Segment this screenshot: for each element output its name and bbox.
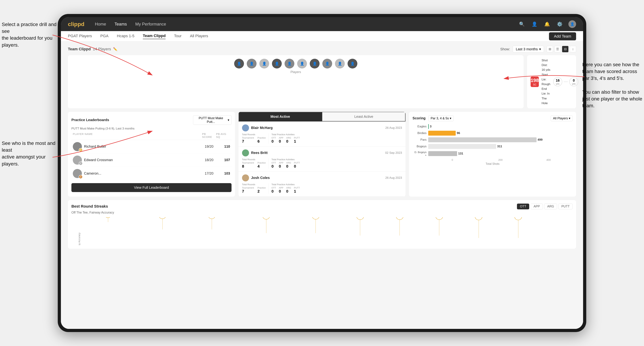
avatar[interactable]: 👤	[568, 20, 576, 28]
streaks-title: Best Round Streaks	[72, 204, 108, 209]
player-avatar[interactable]: 👤	[259, 59, 269, 68]
scoring-player-filter[interactable]: All Players ▾	[551, 115, 572, 121]
subnav-team-clippd[interactable]: Team Clippd	[143, 33, 166, 39]
view-icons: ⊞ ☰ ⊟ ↕	[547, 46, 576, 52]
streaks-subtitle: Off The Tee, Fairway Accuracy	[72, 211, 572, 214]
nav-teams[interactable]: Teams	[114, 22, 127, 26]
player-avatar[interactable]: 👤	[348, 59, 357, 68]
people-icon[interactable]: 👤	[530, 20, 538, 28]
activity-date: 02 Sep 2023	[385, 151, 402, 155]
tournament-col: Tournament 7	[242, 137, 254, 144]
table-row: 1 Richard Butler 19/20 110	[72, 140, 232, 154]
player-avatar[interactable]: 👤	[234, 59, 244, 68]
main-content: Team Clippd 14 Players ✏️ Show: Last 3 m…	[61, 42, 583, 329]
chart-value: 131	[458, 152, 463, 155]
player-avatar[interactable]: 👤	[247, 59, 256, 68]
lb-avg: 110	[216, 145, 230, 149]
lb-rank-badge: 1	[79, 148, 82, 152]
show-dropdown[interactable]: Last 3 months ▾	[513, 46, 544, 52]
start-circle: 16 yds	[553, 77, 562, 86]
subnav-tour[interactable]: Tour	[174, 34, 182, 39]
streak-node: 5x	[312, 217, 320, 233]
subnav-all-players[interactable]: All Players	[190, 34, 208, 39]
practice-activities-group: Total Practice Activities OTT 0 APP 0	[272, 133, 300, 144]
activity-stats-row: Total Rounds Tournament 7 Practice 2	[242, 183, 402, 194]
streak-node: 5x	[262, 217, 270, 233]
tournament-label: Tournament	[242, 137, 254, 139]
bell-icon[interactable]: 🔔	[543, 20, 551, 28]
settings-icon[interactable]: ⚙️	[556, 20, 564, 28]
lb-score: 18/20	[202, 158, 216, 162]
subnav-pgat[interactable]: PGAT Players	[68, 34, 92, 39]
player-avatar[interactable]: 👤	[284, 59, 294, 68]
activity-player-name: Rees Britt	[251, 151, 383, 155]
subnav-hcaps[interactable]: Hcaps 1-5	[117, 34, 134, 39]
search-icon[interactable]: 🔍	[518, 20, 526, 28]
drill-subtitle: PUTT Must Make Putting (3-6 ft), Last 3 …	[72, 127, 232, 130]
activity-player-name: Josh Coles	[251, 176, 383, 180]
subnav-pga[interactable]: PGA	[100, 34, 108, 39]
nav-items: Home Teams My Performance	[95, 22, 518, 26]
streak-filter-ott[interactable]: OTT	[517, 204, 529, 209]
lb-avg: 107	[216, 158, 230, 162]
streak-dot: 6x	[158, 217, 166, 219]
activity-card: Most Active Least Active Blair McHarg 26…	[238, 112, 406, 197]
streak-filter-app[interactable]: APP	[530, 204, 543, 209]
sort-btn[interactable]: ↕	[570, 46, 576, 52]
shot-details: Shot Dist: 16 yds Start Lie: Rough End L…	[542, 58, 550, 106]
player-avatar[interactable]: 👤	[297, 59, 307, 68]
streaks-filters: OTT APP ARG PUTT	[517, 204, 572, 209]
streak-dot: 6x	[208, 217, 216, 219]
activity-tabs: Most Active Least Active	[238, 112, 406, 122]
scoring-chart: Eagles 3 Birdies 96	[412, 124, 572, 157]
grid-view-btn[interactable]: ⊞	[547, 46, 553, 52]
lb-col-avg: PB AVG SQ	[216, 133, 230, 138]
annotation-top-left: Select a practice drill and seethe leade…	[2, 21, 58, 48]
player-avatar[interactable]: 👤	[272, 59, 282, 68]
streak-node: 3x	[514, 217, 522, 238]
activity-player-header: Josh Coles 26 Aug 2023	[242, 174, 402, 181]
lb-avg: 103	[216, 172, 230, 175]
lb-avatar-container: 1	[73, 142, 82, 151]
nav-home[interactable]: Home	[95, 22, 106, 26]
scoring-par-filter[interactable]: Par 3, 4 & 5s ▾	[428, 115, 454, 121]
player-avatar[interactable]: 👤	[335, 59, 345, 68]
nav-my-performance[interactable]: My Performance	[135, 22, 166, 26]
list-view-btn[interactable]: ☰	[554, 46, 561, 52]
player-avatar[interactable]: 👤	[310, 59, 320, 68]
ott-col: OTT 0	[272, 137, 276, 144]
tournament-value: 7	[242, 139, 254, 144]
lb-player-name: Edward Crossman	[84, 158, 113, 162]
leaderboard-title: Practice Leaderboards	[72, 118, 109, 122]
drill-selector[interactable]: PUTT Must Make Putt... ▾	[193, 115, 232, 125]
view-full-leaderboard-button[interactable]: View Full Leaderboard	[72, 183, 232, 192]
activity-player-header: Rees Britt 02 Sep 2023	[242, 149, 402, 156]
card-view-btn[interactable]: ⊟	[562, 46, 568, 52]
tab-least-active[interactable]: Least Active	[322, 112, 406, 121]
players-label: Players	[290, 70, 301, 74]
lb-player-name: Cameron...	[84, 172, 101, 175]
player-avatar[interactable]: 👤	[322, 59, 332, 68]
players-shot-row: 👤 👤 👤 👤 👤 👤 👤 👤 👤 👤 Players	[68, 55, 576, 108]
streak-line	[316, 219, 316, 233]
streak-filter-arg[interactable]: ARG	[544, 204, 557, 209]
chevron-down-icon: ▾	[539, 47, 541, 51]
streak-filter-putt[interactable]: PUTT	[558, 204, 572, 209]
lb-player-name: Richard Butler	[84, 145, 106, 149]
chart-row-pars: Pars 499	[412, 137, 572, 142]
streak-dot: 5x	[312, 217, 320, 219]
ipad-frame: clippd Home Teams My Performance 🔍 👤 🔔 ⚙…	[58, 14, 586, 332]
lb-player-info: 1 Richard Butler	[73, 142, 202, 151]
lb-player-info: 2 Edward Crossman	[73, 156, 202, 165]
lb-rank-badge: 3	[79, 175, 82, 179]
tab-most-active[interactable]: Most Active	[238, 112, 322, 121]
add-team-button[interactable]: Add Team	[549, 32, 576, 40]
practice-stat-cols: OTT 0 APP 0 ARG 0	[272, 137, 300, 144]
table-row: 3 Cameron... 17/20 103	[72, 167, 232, 180]
annotation-right: Here you can see how theteam have scored…	[582, 61, 642, 109]
lb-avatar-container: 2	[73, 156, 82, 165]
three-cols: Practice Leaderboards PUTT Must Make Put…	[68, 112, 576, 197]
edit-icon[interactable]: ✏️	[113, 47, 118, 51]
ott-value: 0	[272, 139, 276, 144]
activity-player-header: Blair McHarg 26 Aug 2023	[242, 124, 402, 131]
